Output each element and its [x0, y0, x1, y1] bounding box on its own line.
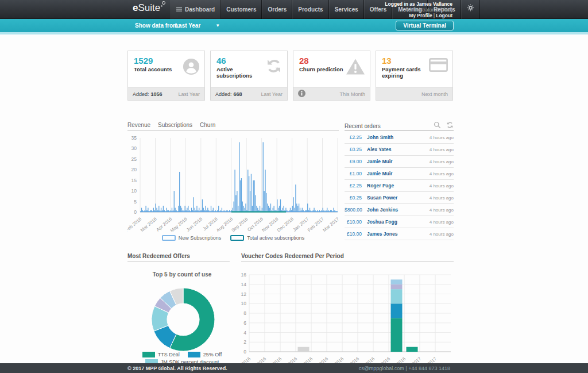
order-time: 4 hours ago	[430, 232, 454, 237]
logout-link[interactable]: Logout	[436, 13, 452, 18]
recent-orders-list: £2.25John Smith4 hours ago£0.25Alex Yate…	[345, 132, 454, 240]
stat-card-label: Churn prediction	[299, 66, 345, 72]
order-row: £2.25Roger Page4 hours ago	[345, 180, 454, 192]
refresh-icon[interactable]	[446, 121, 454, 131]
svg-text:30: 30	[131, 145, 137, 151]
order-amount: $800.00	[345, 207, 362, 213]
order-customer-link[interactable]: John Smith	[367, 134, 430, 140]
order-amount: £2.25	[345, 134, 362, 140]
donut-legend-swatch	[188, 352, 200, 357]
recent-orders-header: Recent orders	[345, 121, 454, 131]
legend-item[interactable]: New Subscriptions	[162, 234, 222, 242]
order-time: 4 hours ago	[430, 147, 454, 152]
stat-card-body: 1529Total accounts	[128, 51, 204, 87]
nav-item-settings[interactable]	[461, 0, 480, 19]
chevron-down-icon: ▼	[215, 19, 220, 32]
logged-in-as: Logged in as James Vallance	[385, 1, 452, 7]
stat-card-label: Payment cards expiring	[382, 66, 428, 79]
order-row: $800.00John Jenkins4 hours ago	[345, 204, 454, 216]
stat-card: 46Active subscriptionsAdded:668Last Year	[210, 51, 288, 101]
legend-label: Total active subscriptions	[247, 235, 304, 241]
tab-revenue[interactable]: Revenue	[127, 121, 150, 130]
card-footer-period: Last Year	[261, 91, 283, 97]
svg-text:Mar 2017: Mar 2017	[322, 216, 339, 233]
order-row: £0.25Alex Yates4 hours ago	[345, 144, 454, 156]
stat-cards-row: 1529Total accountsAdded:1056Last Year46A…	[127, 51, 454, 101]
legend-label: New Subscriptions	[179, 235, 222, 241]
virtual-terminal-button[interactable]: Virtual Terminal	[396, 21, 454, 30]
logo-bubble-icon	[162, 1, 165, 5]
stat-card-footer: Next month	[376, 87, 452, 100]
donut-legend-item[interactable]: 25% Off	[188, 352, 222, 357]
order-amount: £10.00	[345, 219, 362, 225]
donut-legend-label: 25% Off	[203, 352, 222, 357]
card-footer-added-value: 1056	[151, 91, 163, 97]
order-customer-link[interactable]: Jamie Muir	[367, 159, 430, 164]
order-time: 4 hours ago	[430, 171, 454, 176]
search-icon[interactable]	[434, 121, 441, 131]
warning-icon	[346, 58, 365, 78]
tab-churn[interactable]: Churn	[200, 121, 215, 130]
tab-subscriptions[interactable]: Subscriptions	[158, 121, 192, 130]
nav-item-customers[interactable]: Customers	[220, 0, 262, 19]
contact-text: cs@mppglobal.com | +44 844 873 1418	[359, 366, 450, 371]
order-time: 4 hours ago	[430, 159, 454, 164]
user-icon	[183, 58, 200, 78]
stat-card-body: 28Churn prediction	[293, 51, 370, 87]
card-footer-added-value: 668	[234, 91, 242, 97]
nav-item-label: Dashboard	[185, 0, 215, 19]
date-range-dropdown[interactable]: Last Year ▼	[175, 19, 220, 32]
order-row: £9.00Jamie Muir4 hours ago	[345, 156, 454, 168]
donut-legend-item[interactable]: TTS Deal	[142, 352, 180, 357]
top-navbar: eSuite DashboardCustomersOrdersProductsS…	[0, 0, 588, 19]
order-row: £0.25Susan Power4 hours ago	[345, 192, 454, 204]
card-footer-period: Next month	[421, 91, 448, 97]
nav-item-products[interactable]: Products	[292, 0, 328, 19]
order-customer-link[interactable]: Jamie Muir	[367, 171, 430, 176]
svg-text:16: 16	[241, 272, 247, 278]
nav-item-orders[interactable]: Orders	[262, 0, 292, 19]
donut-chart-title: Top 5 by count of use	[127, 271, 237, 278]
order-customer-link[interactable]: Susan Power	[367, 195, 430, 201]
svg-text:35: 35	[131, 135, 137, 141]
svg-text:0: 0	[134, 209, 137, 215]
order-amount: £0.25	[345, 147, 362, 152]
user-role: Administrator (Global)	[385, 7, 452, 13]
order-amount: £1.00	[345, 171, 362, 176]
order-customer-link[interactable]: John Jenkins	[367, 207, 430, 213]
svg-text:Jun 2016: Jun 2016	[185, 216, 203, 232]
donut-legend-row: TTS Deal25% Off	[122, 352, 242, 357]
nav-item-label: Customers	[226, 0, 256, 19]
svg-text:10: 10	[241, 301, 247, 306]
nav-item-label: Orders	[268, 0, 287, 19]
stat-card: 28Churn predictionThis Month	[293, 51, 370, 101]
order-time: 4 hours ago	[430, 195, 454, 201]
order-customer-link[interactable]: Alex Yates	[367, 147, 430, 152]
stat-card-footer: Added:1056Last Year	[128, 87, 204, 100]
svg-text:Feb 2017: Feb 2017	[307, 216, 325, 233]
order-time: 4 hours ago	[430, 207, 454, 213]
legend-item[interactable]: Total active subscriptions	[230, 234, 304, 242]
svg-text:May 2016: May 2016	[169, 216, 188, 233]
nav-item-dashboard[interactable]: Dashboard	[171, 0, 220, 19]
card-footer-period: Last Year	[178, 91, 200, 97]
svg-text:2: 2	[243, 339, 246, 345]
nav-item-label: Services	[335, 0, 358, 19]
order-customer-link[interactable]: James Jones	[367, 231, 430, 237]
order-time: 4 hours ago	[430, 183, 454, 189]
svg-text:6: 6	[243, 320, 246, 326]
subscriptions-timeseries-chart: Feb 2016Mar 2016Apr 2016May 2016Jun 2016…	[127, 132, 339, 233]
timeseries-legend: New SubscriptionsTotal active subscripti…	[127, 234, 339, 242]
user-links: My Profile|Logout	[385, 13, 452, 18]
order-customer-link[interactable]: Roger Page	[367, 183, 430, 189]
donut-legend-label: TTS Deal	[158, 352, 180, 357]
credit-card-icon	[429, 58, 448, 74]
nav-item-services[interactable]: Services	[329, 0, 364, 19]
info-icon[interactable]	[298, 90, 305, 98]
my-profile-link[interactable]: My Profile	[409, 13, 432, 18]
esuite-logo[interactable]: eSuite	[133, 2, 160, 14]
accent-strip	[0, 32, 588, 34]
order-customer-link[interactable]: Joshua Fogg	[367, 219, 430, 225]
nav-item-label: Offers	[370, 0, 386, 19]
svg-text:12: 12	[241, 291, 247, 297]
